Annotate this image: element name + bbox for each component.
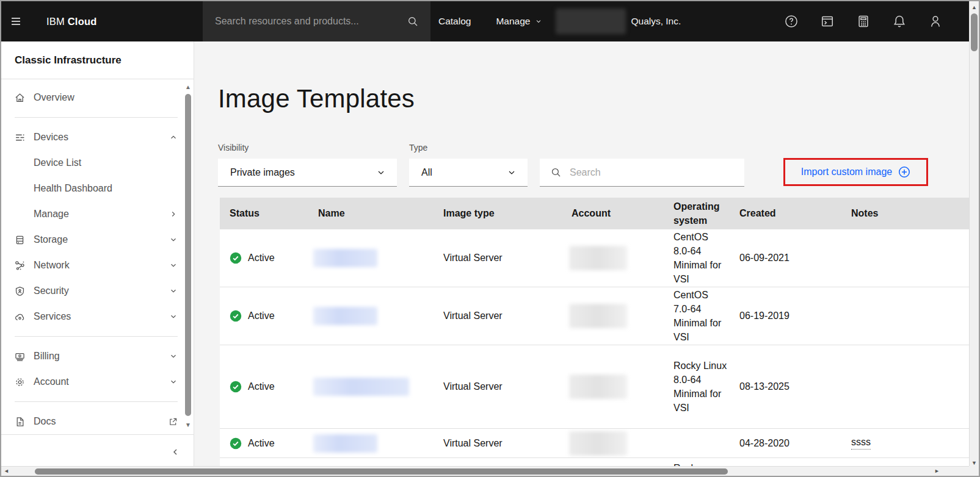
sidebar-item-overview[interactable]: Overview (1, 85, 194, 110)
search-icon (395, 16, 430, 27)
chevron-down-icon (535, 18, 542, 25)
cloud-services-icon (15, 312, 26, 322)
table-header-row: Status Name Image type Account Operating… (220, 198, 969, 229)
nav-manage[interactable]: Manage (496, 16, 542, 27)
redacted-image-name[interactable] (313, 307, 377, 325)
table-row[interactable]: Active Virtual Server Rocky Linux 8.0-64… (220, 345, 969, 428)
col-operating-system: Operating system (669, 198, 730, 229)
table-search (540, 159, 744, 187)
import-custom-image-button[interactable]: Import custom image (801, 166, 910, 178)
web-terminal-icon[interactable] (821, 15, 834, 28)
col-created: Created (730, 198, 829, 229)
chevron-right-icon (169, 210, 178, 218)
global-search (203, 1, 430, 41)
search-icon (540, 167, 561, 178)
home-icon (15, 93, 26, 103)
network-icon (15, 260, 26, 271)
table-row[interactable]: Active Virtual Server 04-28-2020 ssss (220, 428, 969, 457)
chevron-down-icon (169, 312, 178, 321)
chevron-down-icon (169, 235, 178, 244)
chevron-down-icon (169, 287, 178, 295)
sidebar-divider (15, 401, 178, 402)
col-status: Status (220, 198, 308, 229)
status-active-icon (230, 310, 242, 322)
sidebar-item-device-list[interactable]: Device List (1, 150, 194, 176)
scroll-down-arrow[interactable]: ▼ (184, 422, 192, 428)
col-image-type: Image type (434, 198, 562, 229)
scrollbar-thumb[interactable] (971, 13, 978, 51)
shield-icon (15, 286, 26, 296)
page-vertical-scrollbar[interactable]: ▲ ▼ (969, 1, 979, 468)
redacted-account (569, 375, 627, 399)
scrollbar-thumb[interactable] (35, 468, 728, 475)
redacted-image-name[interactable] (313, 249, 377, 267)
scroll-up-arrow[interactable]: ▲ (184, 84, 192, 90)
sidebar-item-security[interactable]: Security (1, 278, 194, 304)
sidebar-item-docs[interactable]: Docs (1, 409, 194, 434)
redacted-image-name[interactable] (313, 434, 377, 453)
chevron-down-icon (169, 378, 178, 386)
visibility-label: Visibility (218, 143, 249, 152)
sidebar-item-network[interactable]: Network (1, 253, 194, 278)
sidebar-item-manage[interactable]: Manage (1, 201, 194, 227)
sidebar-item-devices[interactable]: Devices (1, 124, 194, 150)
cost-estimator-icon[interactable] (857, 15, 870, 28)
main-content: Image Templates Visibility Type Private … (194, 41, 969, 466)
menu-icon[interactable] (1, 1, 31, 41)
sidebar-scrollbar[interactable]: ▲ ▼ (184, 84, 192, 428)
table-row[interactable]: Active Virtual Server CentOS 8.0-64 Mini… (220, 229, 969, 287)
scroll-left-arrow[interactable]: ◄ (4, 468, 9, 474)
status-active-icon (230, 381, 242, 393)
notes-tooltip-term[interactable]: ssss (851, 437, 871, 450)
help-icon[interactable] (785, 15, 798, 28)
redacted-account (569, 246, 627, 270)
top-header: IBM Cloud Catalog Manage Qualys, Inc. (1, 1, 970, 41)
sidebar-item-health-dashboard[interactable]: Health Dashboard (1, 176, 194, 201)
image-templates-table: Status Name Image type Account Operating… (220, 198, 969, 466)
scroll-right-arrow[interactable]: ► (934, 468, 940, 474)
highlight-red-box: Import custom image (783, 158, 928, 186)
external-link-icon (169, 417, 178, 426)
page-horizontal-scrollbar[interactable]: ◄ ► (1, 466, 971, 476)
table-row[interactable]: Active Virtual Server CentOS 7.0-64 Mini… (220, 287, 969, 345)
redacted-image-name[interactable] (313, 378, 409, 396)
collapse-sidebar-icon[interactable] (170, 447, 180, 457)
col-notes: Notes (829, 198, 969, 229)
sidebar-item-billing[interactable]: Billing (1, 343, 194, 369)
scroll-up-arrow[interactable]: ▲ (970, 4, 979, 10)
type-dropdown[interactable]: All (409, 159, 528, 187)
status-active-icon (230, 252, 242, 264)
nav-catalog[interactable]: Catalog (438, 16, 471, 27)
sidebar-divider (15, 117, 178, 118)
status-active-icon (230, 437, 242, 450)
header-icon-group (785, 1, 942, 41)
header-nav: Catalog Manage Qualys, Inc. (438, 1, 681, 41)
visibility-dropdown[interactable]: Private images (218, 159, 397, 187)
table-search-input[interactable] (561, 167, 744, 178)
chevron-up-icon (169, 133, 178, 142)
sidebar-item-storage[interactable]: Storage (1, 227, 194, 253)
sidebar-item-account[interactable]: Account (1, 369, 194, 395)
chevron-down-icon (507, 168, 528, 178)
gear-icon (15, 377, 26, 387)
scrollbar-thumb[interactable] (185, 94, 191, 416)
chevron-down-icon (169, 261, 178, 270)
scroll-down-arrow[interactable]: ▼ (970, 460, 979, 466)
table-row-partial[interactable]: Rocky (220, 457, 969, 466)
col-account: Account (562, 198, 669, 229)
sidebar-item-services[interactable]: Services (1, 304, 194, 329)
user-profile-icon[interactable] (929, 15, 942, 28)
global-search-input[interactable] (203, 16, 395, 27)
redacted-account (569, 431, 627, 456)
plus-circle-icon (898, 166, 910, 178)
billing-icon (15, 351, 26, 362)
type-label: Type (409, 143, 427, 152)
account-name: Qualys, Inc. (631, 16, 681, 27)
notifications-bell-icon[interactable] (893, 15, 906, 28)
storage-icon (15, 235, 26, 245)
ibm-cloud-logo[interactable]: IBM Cloud (46, 16, 96, 27)
brand-cloud: Cloud (68, 16, 97, 27)
scrollbar-corner (969, 466, 979, 476)
redacted-account (569, 304, 627, 328)
sidebar: Classic Infrastructure Overview Devices (1, 41, 194, 468)
